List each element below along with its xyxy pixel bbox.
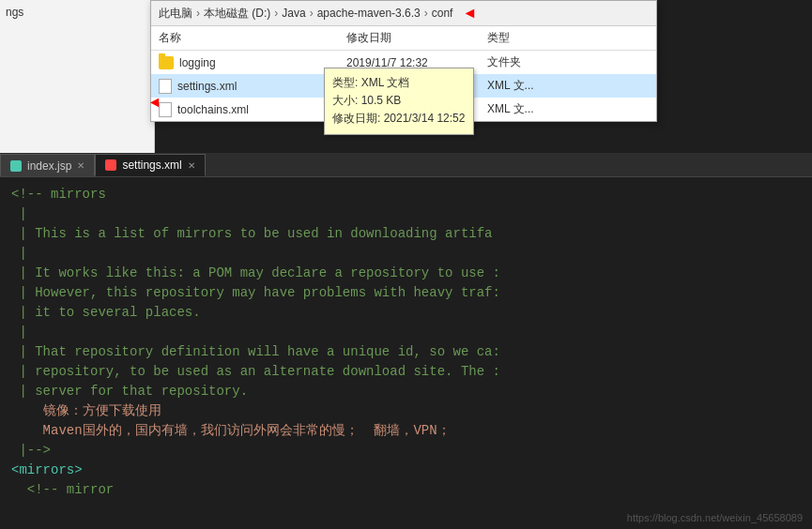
logging-label: logging <box>179 56 216 69</box>
line-mirror-comment: <!-- mirror <box>11 482 114 497</box>
tooltip-type: 类型: XML 文档 <box>332 74 466 92</box>
sep3: › <box>310 7 314 20</box>
xml-file-icon <box>105 159 116 171</box>
line-1: <!-- mirrors | | This is a list of mirro… <box>11 187 500 399</box>
jsp-file-icon <box>10 160 22 172</box>
folder-icon <box>159 56 174 69</box>
toolchains-type: XML 文... <box>487 101 581 117</box>
file-list-header: 名称 修改日期 类型 <box>151 26 656 51</box>
file-name-settings: settings.xml <box>159 79 346 94</box>
tab-index-jsp[interactable]: index.jsp ✕ <box>0 154 95 176</box>
row-arrow: ◄ <box>150 95 160 112</box>
tab-close-xml[interactable]: ✕ <box>188 160 195 171</box>
file-tooltip: 类型: XML 文档 大小: 10.5 KB 修改日期: 2021/3/14 1… <box>324 68 474 135</box>
sep1: › <box>196 7 200 20</box>
tab-label-xml: settings.xml <box>122 159 181 172</box>
path-maven: apache-maven-3.6.3 <box>317 7 421 20</box>
tab-settings-xml[interactable]: settings.xml ✕ <box>95 154 205 176</box>
left-panel: ngs <box>0 0 155 153</box>
xml-icon-toolchains <box>159 102 172 117</box>
tab-label-jsp: index.jsp <box>27 159 71 173</box>
file-name-toolchains: toolchains.xml <box>159 102 346 117</box>
line-end-comment: |--> <box>11 443 51 458</box>
address-bar: 此电脑 › 本地磁盘 (D:) › Java › apache-maven-3.… <box>151 1 656 26</box>
path-java: Java <box>282 7 305 20</box>
tooltip-date: 修改日期: 2021/3/14 12:52 <box>332 110 466 128</box>
red-arrow-addressbar: ◄ <box>462 5 477 22</box>
code-content: <!-- mirrors | | This is a list of mirro… <box>0 177 812 507</box>
tooltip-size: 大小: 10.5 KB <box>332 92 466 110</box>
path-drive: 本地磁盘 (D:) <box>204 6 270 22</box>
line-chinese2: Maven国外的，国内有墙，我们访问外网会非常的慢； 翻墙，VPN； <box>11 423 451 438</box>
header-type: 类型 <box>487 30 581 46</box>
watermark: https://blog.csdn.net/weixin_45658089 <box>627 512 803 523</box>
settings-label: settings.xml <box>177 80 237 93</box>
tab-bar: index.jsp ✕ settings.xml ✕ <box>0 153 812 177</box>
toolchains-label: toolchains.xml <box>177 103 249 116</box>
line-chinese1: 镜像：方便下载使用 <box>11 403 161 418</box>
line-mirrors-tag: <mirrors> <box>11 462 83 477</box>
sep2: › <box>274 7 278 20</box>
tab-close-jsp[interactable]: ✕ <box>77 160 84 171</box>
settings-type: XML 文... <box>487 78 581 94</box>
xml-icon-settings <box>159 79 172 94</box>
path-conf: conf <box>432 7 453 20</box>
editor: index.jsp ✕ settings.xml ✕ <!-- mirrors … <box>0 153 812 529</box>
header-moddate: 修改日期 <box>346 30 487 46</box>
left-panel-text: ngs <box>0 0 154 24</box>
path-computer: 此电脑 <box>159 6 192 22</box>
sep4: › <box>424 7 428 20</box>
logging-type: 文件夹 <box>487 54 581 70</box>
header-name: 名称 <box>159 30 346 46</box>
file-name-logging: logging <box>159 56 346 69</box>
